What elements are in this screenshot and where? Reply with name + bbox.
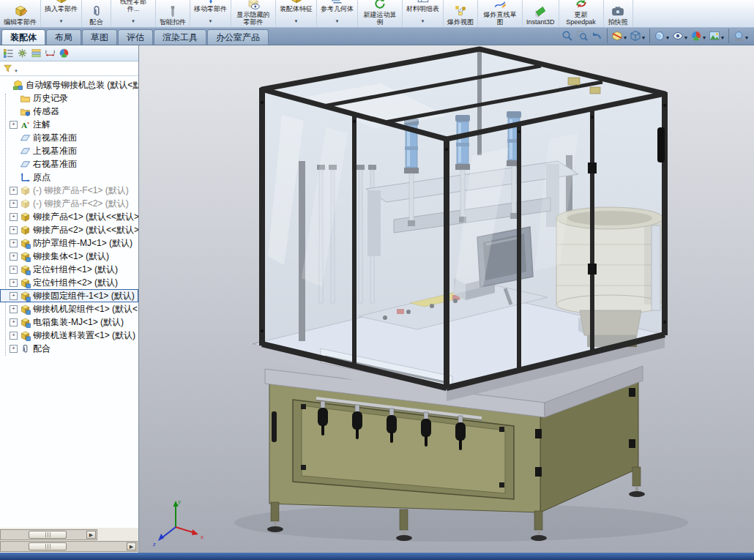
expand-toggle[interactable] — [10, 187, 18, 195]
ribbon-button[interactable]: 线性零部件... — [111, 0, 156, 27]
expand-toggle[interactable] — [10, 226, 18, 234]
feature-tree-item[interactable]: 防护罩组件-MJ<1> (默认) — [0, 236, 138, 250]
scrollbar-thumb[interactable] — [29, 531, 67, 539]
feature-tree-item[interactable]: 前视基准面 — [0, 131, 138, 144]
scrollbar-thumb[interactable] — [29, 542, 67, 550]
safety-enclosure[interactable] — [261, 49, 666, 389]
part-icon — [20, 185, 31, 196]
ribbon-button[interactable]: 爆炸直线草图 — [478, 0, 523, 27]
feature-tree-item[interactable]: 传感器 — [0, 105, 138, 118]
expand-toggle[interactable] — [10, 121, 18, 129]
feature-tree-item[interactable]: 右视基准面 — [0, 157, 138, 171]
horizontal-scrollbar[interactable]: ▶ — [0, 541, 138, 552]
feature-tree-item[interactable]: 定位针组件<1> (默认) — [0, 263, 138, 276]
feature-tree-item[interactable]: 铆接产品<2> (默认<<默认>_ — [0, 223, 138, 236]
view-tool-button[interactable] — [575, 29, 589, 43]
ribbon-button[interactable]: 更新 Speedpak — [559, 0, 604, 27]
manager-tab[interactable] — [45, 48, 56, 59]
manager-tab[interactable] — [59, 48, 70, 59]
ribbon-button[interactable]: 显示隐藏的零部件 — [231, 0, 276, 27]
commandmanager-tab[interactable]: 渲染工具 — [154, 29, 206, 45]
part-icon — [20, 198, 31, 209]
ribbon-button[interactable]: 爆炸视图 — [444, 0, 478, 27]
feature-tree-item[interactable]: 铆接固定组件-1<1> (默认) — [0, 289, 138, 302]
commandmanager-tab[interactable]: 装配体 — [1, 29, 45, 45]
ribbon-button[interactable]: 装配体特征 — [276, 0, 317, 27]
feature-tree-item[interactable]: 铆接机机架组件<1> (默认< — [0, 302, 138, 316]
feature-tree-item[interactable]: 配合 — [0, 342, 138, 355]
feature-tree-item[interactable]: (-) 铆接产品-F<2> (默认) — [0, 197, 138, 210]
cabinet-handle[interactable] — [272, 411, 277, 442]
view-tool-button[interactable] — [728, 29, 750, 43]
ribbon-button[interactable]: Instant3D — [523, 0, 559, 27]
feature-tree-item[interactable]: 注解 — [0, 118, 138, 131]
expand-toggle[interactable] — [10, 305, 18, 313]
scrollbar-right-button[interactable]: ▶ — [86, 531, 96, 539]
feature-tree-item[interactable]: 铆接产品<1> (默认<<默认>_ — [0, 210, 138, 223]
manager-tab[interactable] — [3, 48, 14, 59]
view-tool-button[interactable] — [707, 29, 725, 43]
manager-tab[interactable] — [31, 48, 42, 59]
expand-toggle[interactable] — [10, 318, 18, 326]
view-tool-button[interactable] — [689, 29, 707, 43]
asm-icon — [20, 277, 31, 288]
ribbon-button[interactable]: 编辑零部件 — [0, 0, 41, 27]
feature-tree-item[interactable]: 自动螺母铆接机总装 (默认<默认 — [0, 78, 138, 92]
ribbon-button[interactable]: 拍快照 — [604, 0, 633, 27]
folder-icon — [20, 93, 31, 104]
view-tool-button[interactable] — [607, 29, 628, 43]
view-tool-button[interactable] — [589, 29, 604, 43]
feature-tree-item[interactable]: 上视基准面 — [0, 144, 138, 157]
feature-tree-item[interactable]: 原点 — [0, 171, 138, 184]
view-tool-button[interactable] — [649, 29, 671, 43]
3d-model-riveting-machine[interactable]: x y z — [139, 45, 754, 553]
filter-funnel-icon — [3, 64, 12, 73]
asmfeat-icon — [290, 0, 303, 4]
view-tool-button[interactable] — [560, 29, 575, 43]
view-tool-button[interactable] — [671, 29, 689, 43]
door-hinge — [535, 467, 542, 477]
feature-tree-item[interactable]: (-) 铆接产品-F<1> (默认) — [0, 184, 138, 197]
enclosure-handle[interactable] — [657, 127, 665, 163]
ribbon-button[interactable]: 参考几何体 — [317, 0, 358, 27]
commandmanager-tab[interactable]: 办公室产品 — [207, 29, 269, 45]
feature-tree-item[interactable]: 铆接集体<1> (默认) — [0, 250, 138, 263]
expand-toggle[interactable] — [10, 200, 18, 208]
expand-toggle[interactable] — [10, 345, 18, 353]
feature-tree-label: 铆接机机架组件<1> (默认< — [33, 303, 138, 316]
dropdown-caret — [421, 12, 425, 26]
commandmanager-tab[interactable]: 布局 — [46, 29, 81, 45]
ribbon-button-label: 智能扣件 — [160, 18, 186, 26]
expand-toggle[interactable] — [10, 332, 18, 340]
ribbon-button[interactable]: 移动零部件 — [190, 0, 231, 27]
graphics-area[interactable]: x y z — [139, 45, 754, 553]
ribbon-button[interactable]: 插入零部件 — [41, 0, 82, 27]
expand-toggle[interactable] — [10, 279, 18, 287]
feature-tree-item[interactable]: 电箱集装-MJ<1> (默认) — [0, 316, 138, 329]
feature-tree-item[interactable]: 历史记录 — [0, 92, 138, 105]
horizontal-scrollbar[interactable]: ▶ — [0, 529, 97, 540]
expand-toggle[interactable] — [10, 292, 18, 300]
expand-toggle[interactable] — [10, 266, 18, 274]
commandmanager-tab[interactable]: 评估 — [118, 29, 153, 45]
manager-tab[interactable] — [17, 48, 28, 59]
commandmanager-tab[interactable]: 草图 — [82, 29, 117, 45]
feature-tree-item[interactable]: 定位针组件<2> (默认) — [0, 276, 138, 289]
view-tool-button[interactable] — [628, 29, 646, 43]
appearance-icon — [690, 30, 702, 42]
enclosure-door-hinge — [588, 163, 597, 173]
status-bar — [0, 553, 754, 560]
expand-toggle[interactable] — [10, 239, 18, 247]
expand-toggle[interactable] — [10, 213, 18, 221]
feature-tree-item[interactable]: 铆接机送料装置<1> (默认) — [0, 329, 138, 342]
tab-label: 装配体 — [10, 31, 37, 44]
ribbon-button[interactable]: 配合 — [82, 0, 111, 27]
feature-tree-filter[interactable] — [0, 61, 138, 76]
expand-toggle[interactable] — [10, 253, 18, 261]
ribbon-button[interactable]: 智能扣件 — [156, 0, 190, 27]
ribbon-button[interactable]: 新建运动算例 — [358, 0, 403, 27]
scrollbar-right-button[interactable]: ▶ — [127, 542, 136, 550]
ribbon-button[interactable]: 材料明细表 — [403, 0, 444, 27]
dropdown-caret — [209, 12, 213, 26]
tab-label: 评估 — [127, 31, 144, 44]
